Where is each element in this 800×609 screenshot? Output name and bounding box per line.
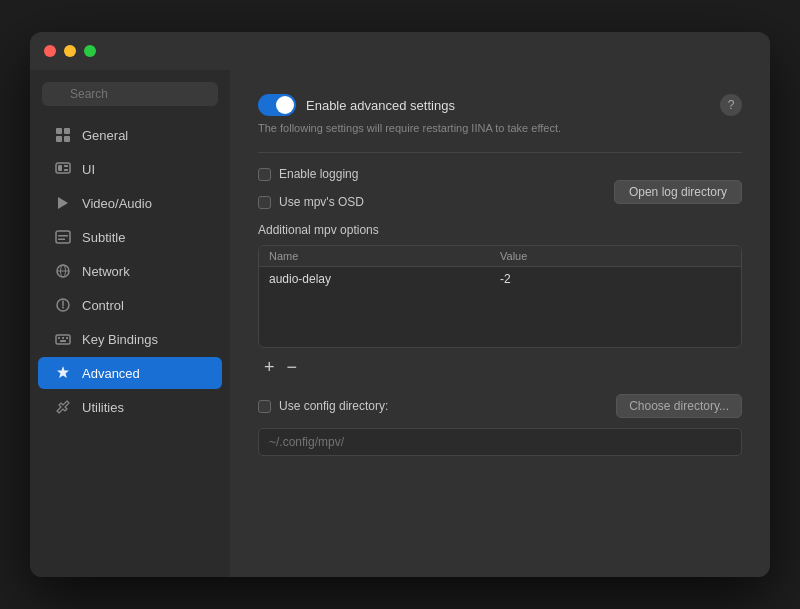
sidebar: ⌕ General xyxy=(30,70,230,577)
sidebar-label-control: Control xyxy=(82,298,124,313)
sidebar-label-videoaudio: Video/Audio xyxy=(82,196,152,211)
toggle-subtitle: The following settings will require rest… xyxy=(258,122,742,134)
sidebar-label-utilities: Utilities xyxy=(82,400,124,415)
search-container: ⌕ xyxy=(30,82,230,118)
sidebar-label-general: General xyxy=(82,128,128,143)
table-header: Name Value xyxy=(259,246,741,267)
config-path-input[interactable] xyxy=(258,428,742,456)
general-icon xyxy=(54,126,72,144)
svg-rect-5 xyxy=(58,165,62,171)
enable-logging-checkbox[interactable] xyxy=(258,168,271,181)
sidebar-item-subtitle[interactable]: Subtitle xyxy=(38,221,222,253)
svg-rect-19 xyxy=(58,337,60,339)
logging-row: Enable logging Use mpv's OSD Open log di… xyxy=(258,167,742,217)
row-value-cell: -2 xyxy=(500,272,731,286)
additional-mpv-options-title: Additional mpv options xyxy=(258,223,742,237)
maximize-button[interactable] xyxy=(84,45,96,57)
window-content: ⌕ General xyxy=(30,70,770,577)
row-name-cell: audio-delay xyxy=(269,272,500,286)
svg-rect-1 xyxy=(64,128,70,134)
close-button[interactable] xyxy=(44,45,56,57)
search-input[interactable] xyxy=(42,82,218,106)
mpv-options-table: Name Value audio-delay -2 xyxy=(258,245,742,348)
svg-rect-21 xyxy=(66,337,68,339)
svg-rect-3 xyxy=(64,136,70,142)
sidebar-item-ui[interactable]: UI xyxy=(38,153,222,185)
traffic-lights xyxy=(44,45,96,57)
sidebar-item-videoaudio[interactable]: Video/Audio xyxy=(38,187,222,219)
svg-rect-11 xyxy=(58,239,65,241)
use-mpv-osd-row: Use mpv's OSD xyxy=(258,195,364,209)
minimize-button[interactable] xyxy=(64,45,76,57)
keybindings-icon xyxy=(54,330,72,348)
svg-marker-8 xyxy=(58,197,68,209)
sidebar-item-utilities[interactable]: Utilities xyxy=(38,391,222,423)
advanced-icon xyxy=(54,364,72,382)
sidebar-label-keybindings: Key Bindings xyxy=(82,332,158,347)
use-mpv-osd-checkbox[interactable] xyxy=(258,196,271,209)
sidebar-item-general[interactable]: General xyxy=(38,119,222,151)
config-directory-row: Use config directory: Choose directory..… xyxy=(258,394,742,418)
svg-rect-10 xyxy=(58,235,68,237)
enable-logging-label: Enable logging xyxy=(279,167,358,181)
subtitle-icon xyxy=(54,228,72,246)
remove-row-button[interactable]: − xyxy=(281,356,304,378)
open-log-directory-button[interactable]: Open log directory xyxy=(614,180,742,204)
main-content: Enable advanced settings ? The following… xyxy=(230,70,770,577)
svg-rect-2 xyxy=(56,136,62,142)
value-column-header: Value xyxy=(500,250,731,262)
svg-rect-20 xyxy=(62,337,64,339)
advanced-settings-label: Enable advanced settings xyxy=(306,98,455,113)
sidebar-item-keybindings[interactable]: Key Bindings xyxy=(38,323,222,355)
sidebar-label-advanced: Advanced xyxy=(82,366,140,381)
videoaudio-icon xyxy=(54,194,72,212)
add-row-button[interactable]: + xyxy=(258,356,281,378)
preferences-window: ⌕ General xyxy=(30,32,770,577)
sidebar-item-control[interactable]: Control xyxy=(38,289,222,321)
svg-rect-22 xyxy=(60,340,66,342)
svg-rect-0 xyxy=(56,128,62,134)
sidebar-label-ui: UI xyxy=(82,162,95,177)
divider-1 xyxy=(258,152,742,153)
sidebar-item-advanced[interactable]: Advanced xyxy=(38,357,222,389)
svg-point-17 xyxy=(62,307,64,309)
help-button[interactable]: ? xyxy=(720,94,742,116)
svg-rect-6 xyxy=(64,165,68,167)
sidebar-label-network: Network xyxy=(82,264,130,279)
utilities-icon xyxy=(54,398,72,416)
control-icon xyxy=(54,296,72,314)
network-icon xyxy=(54,262,72,280)
config-left: Use config directory: xyxy=(258,399,388,413)
table-row[interactable]: audio-delay -2 xyxy=(259,267,741,291)
search-wrapper: ⌕ xyxy=(42,82,218,106)
advanced-settings-toggle[interactable] xyxy=(258,94,296,116)
svg-rect-18 xyxy=(56,335,70,344)
table-actions: + − xyxy=(258,356,742,378)
svg-rect-7 xyxy=(64,169,68,171)
enable-logging-row: Enable logging xyxy=(258,167,364,181)
sidebar-item-network[interactable]: Network xyxy=(38,255,222,287)
ui-icon xyxy=(54,160,72,178)
toggle-knob xyxy=(276,96,294,114)
name-column-header: Name xyxy=(269,250,500,262)
table-body: audio-delay -2 xyxy=(259,267,741,347)
sidebar-label-subtitle: Subtitle xyxy=(82,230,125,245)
use-mpv-osd-label: Use mpv's OSD xyxy=(279,195,364,209)
use-config-dir-label: Use config directory: xyxy=(279,399,388,413)
use-config-dir-checkbox[interactable] xyxy=(258,400,271,413)
choose-directory-button[interactable]: Choose directory... xyxy=(616,394,742,418)
toggle-left: Enable advanced settings xyxy=(258,94,455,116)
titlebar xyxy=(30,32,770,70)
advanced-toggle-row: Enable advanced settings ? xyxy=(258,94,742,116)
svg-rect-9 xyxy=(56,231,70,243)
